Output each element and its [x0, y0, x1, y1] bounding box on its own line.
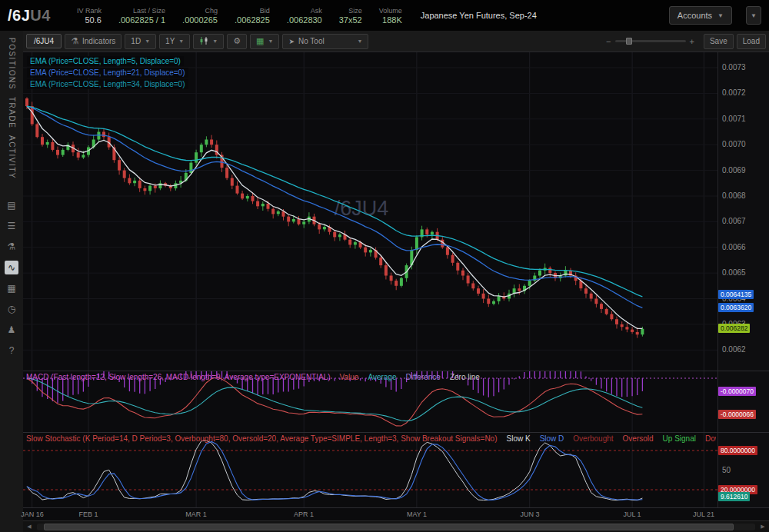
zoom-in-icon[interactable]: + [690, 37, 694, 46]
price-tick-label: 0.0066 [722, 243, 746, 251]
chevron-down-icon: ▼ [212, 38, 218, 44]
macd-legend-value[interactable]: Value [340, 373, 359, 381]
time-tick-label: JUL 1 [623, 510, 641, 518]
timeframe-value: 1D [131, 37, 141, 45]
stochastic-axis[interactable]: 80.00000005020.00000009.612610 [717, 433, 769, 507]
chart-settings-button[interactable]: ⚙ [227, 34, 247, 49]
macd-label: MACD (Fast length=12, Slow length=26, MA… [26, 373, 716, 381]
macd-legend-average[interactable]: Average [368, 373, 396, 381]
left-sidebar: POSITIONSTRADEACTIVITY ▤☰⚗∿▦◷♟? [0, 31, 23, 532]
chevron-down-icon: ▼ [268, 38, 273, 44]
grid-layout-dropdown[interactable]: ▦ ▼ [250, 34, 279, 49]
help-icon[interactable]: ? [5, 344, 18, 357]
time-tick-label: FEB 1 [78, 510, 98, 518]
quote-header: /6JU4 IV Rank50.6 Last / Size.0062825 / … [0, 0, 769, 31]
price-axis[interactable]: 0.00730.00720.00710.00700.00690.00680.00… [717, 52, 769, 371]
quote-stats: IV Rank50.6 Last / Size.0062825 / 1 Chg.… [77, 7, 402, 25]
zoom-handle[interactable] [626, 38, 632, 45]
ema-legend-item-21[interactable]: EMA (Price=CLOSE, Length=21, Displace=0) [27, 68, 188, 78]
stochastic-legend-up-signal[interactable]: Up Signal [663, 434, 696, 443]
macd-legend-zero-line[interactable]: Zero line [450, 373, 480, 381]
grid-icon[interactable]: ▦ [5, 281, 18, 295]
chart-type-dropdown[interactable]: ▼ [193, 34, 224, 49]
quote-stat-bid: Bid.0062825 [235, 7, 270, 25]
range-value: 1Y [165, 37, 175, 45]
time-tick-label: APR 1 [294, 510, 314, 518]
stochastic-tick-label: 50 [722, 466, 731, 474]
range-dropdown[interactable]: 1Y ▼ [159, 34, 190, 49]
price-badge: 0.0064135 [718, 290, 754, 299]
accounts-label: Accounts [677, 11, 712, 20]
sidebar-tab-positions[interactable]: POSITIONS [8, 38, 16, 90]
price-tick-label: 0.0068 [722, 191, 746, 200]
quote-stat-last-size: Last / Size.0062825 / 1 [118, 7, 165, 25]
macd-axis[interactable]: -0.0000070-0.0000066 [717, 371, 769, 432]
symbol-tab[interactable]: /6JU4 [26, 34, 62, 48]
price-tick-label: 0.0071 [722, 115, 746, 123]
stochastic-legend-down-signal[interactable]: Down Signal [705, 434, 716, 443]
indicators-label: Indicators [82, 37, 115, 45]
stochastic-legend-oversold[interactable]: Oversold [623, 434, 654, 443]
history-icon[interactable]: ◷ [5, 302, 18, 316]
price-tick-label: 0.0072 [722, 88, 746, 97]
time-tick-label: JUL 21 [693, 510, 714, 518]
stochastic-legend-overbought[interactable]: Overbought [573, 434, 613, 443]
grid-layout-icon: ▦ [256, 36, 264, 46]
scrollbar-track[interactable] [37, 524, 755, 530]
stochastic-legend-slow-d[interactable]: Slow D [540, 434, 564, 443]
quote-stat-size: Size37x52 [339, 7, 362, 25]
chart-scrollbar[interactable]: ◀ ▶ [23, 520, 769, 532]
quote-stat-ask: Ask.0062830 [287, 7, 322, 25]
zoom-out-icon[interactable]: − [606, 37, 611, 46]
quote-stat-chg: Chg.0000265 [182, 7, 218, 25]
indicators-button[interactable]: ⚗ Indicators [65, 34, 122, 49]
timeframe-dropdown[interactable]: 1D ▼ [125, 34, 156, 49]
price-tick-label: 0.0073 [722, 63, 746, 71]
scroll-left-icon[interactable]: ◀ [23, 524, 35, 530]
candlestick-icon [199, 36, 208, 47]
macd-legend-difference[interactable]: Difference [406, 373, 441, 381]
accounts-button[interactable]: Accounts ▼ [669, 6, 732, 25]
price-tick-label: 0.0065 [722, 268, 746, 277]
scrollbar-thumb[interactable] [44, 524, 734, 530]
macd-panel: MACD (Fast length=12, Slow length=26, MA… [23, 371, 769, 432]
save-button[interactable]: Save [704, 34, 734, 49]
ema-legend-item-5[interactable]: EMA (Price=CLOSE, Length=5, Displace=0) [27, 56, 184, 66]
lab-icon[interactable]: ⚗ [5, 240, 18, 254]
macd-value-badge: -0.0000070 [718, 387, 756, 396]
macd-chart[interactable]: MACD (Fast length=12, Slow length=26, MA… [23, 371, 717, 432]
quote-stat-volume: Volume188K [379, 7, 402, 25]
zoom-track[interactable] [615, 40, 686, 42]
time-tick-label: MAR 1 [185, 510, 207, 518]
chart-toolbar: /6JU4 ⚗ Indicators 1D ▼ 1Y ▼ [23, 31, 769, 52]
zoom-slider[interactable]: − + [606, 37, 694, 46]
time-tick-label: JUN 3 [520, 510, 539, 518]
sidebar-tab-activity[interactable]: ACTIVITY [8, 135, 16, 179]
contract-description: Japanese Yen Futures, Sep-24 [421, 11, 537, 20]
chevron-down-icon: ▼ [178, 38, 184, 44]
chevron-down-icon: ▼ [357, 38, 362, 44]
sidebar-tab-trade[interactable]: TRADE [8, 97, 16, 128]
ema-legend-item-34[interactable]: EMA (Price=CLOSE, Length=34, Displace=0) [27, 79, 188, 89]
beaker-icon: ⚗ [71, 36, 78, 46]
chart-icon[interactable]: ∿ [5, 261, 18, 274]
price-tick-label: 0.0067 [722, 217, 746, 225]
stochastic-legend-slow-k[interactable]: Slow K [507, 434, 531, 443]
price-tick-label: 0.0070 [722, 140, 746, 148]
gear-icon: ⚙ [233, 36, 241, 46]
header-collapse-button[interactable]: ▼ [746, 6, 761, 25]
price-badge: 0.0063620 [718, 303, 754, 312]
time-axis[interactable]: JAN 16FEB 1MAR 1APR 1MAY 1JUN 3JUL 1JUL … [23, 507, 769, 520]
price-chart[interactable]: /6JU4 EMA (Price=CLOSE, Length=5, Displa… [23, 52, 717, 371]
notebook-icon[interactable]: ▤ [5, 198, 18, 212]
load-button[interactable]: Load [737, 34, 766, 49]
quote-stat-iv-rank: IV Rank50.6 [77, 7, 102, 25]
chevron-down-icon: ▼ [145, 38, 150, 44]
macd-title: MACD (Fast length=12, Slow length=26, MA… [26, 373, 331, 381]
watchlist-icon[interactable]: ☰ [5, 219, 18, 233]
drawing-tool-dropdown[interactable]: ➤ No Tool ▼ [282, 34, 368, 49]
stochastic-chart[interactable]: Slow Stochastic (K Period=14, D Period=3… [23, 433, 717, 507]
scroll-right-icon[interactable]: ▶ [757, 524, 769, 530]
community-icon[interactable]: ♟ [5, 323, 18, 337]
price-panel: /6JU4 EMA (Price=CLOSE, Length=5, Displa… [23, 52, 769, 371]
